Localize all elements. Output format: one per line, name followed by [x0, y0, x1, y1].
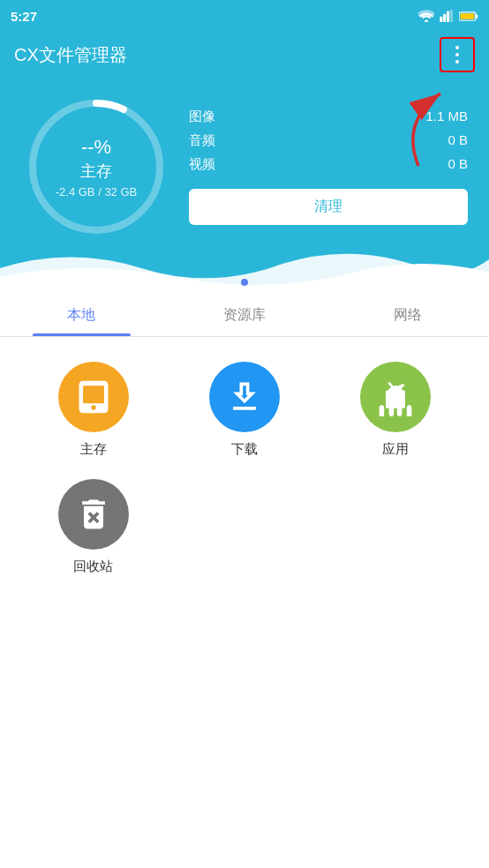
image-row: 图像 1.1 MB	[189, 108, 468, 125]
tab-local-label: 本地	[67, 306, 95, 325]
circle-info: --% 主存 -2.4 GB / 32 GB	[56, 136, 138, 198]
grid-item-recycle[interactable]: 回收站	[18, 479, 169, 575]
audio-label: 音频	[189, 132, 242, 149]
storage-details: 图像 1.1 MB 音频 0 B 视频 0 B 清理	[189, 108, 468, 225]
video-label: 视频	[189, 156, 242, 173]
tab-bar: 本地 资源库 网络	[0, 295, 489, 337]
audio-row: 音频 0 B	[189, 132, 468, 149]
circle-percent: --%	[56, 136, 138, 159]
app-header: CX文件管理器	[0, 32, 489, 78]
storage-circle: --% 主存 -2.4 GB / 32 GB	[21, 92, 171, 242]
clean-button[interactable]: 清理	[189, 189, 468, 225]
bottom-spacer	[0, 600, 489, 868]
video-size: 0 B	[448, 156, 468, 173]
file-grid: 主存 下载 应用 回收站	[0, 337, 489, 600]
tab-library-label: 资源库	[223, 306, 266, 325]
wifi-icon	[418, 10, 434, 22]
menu-button[interactable]	[440, 37, 475, 72]
svg-rect-4	[450, 10, 453, 22]
audio-size: 0 B	[448, 132, 468, 149]
status-time: 5:27	[11, 9, 37, 24]
svg-point-0	[425, 19, 428, 22]
svg-rect-3	[447, 11, 449, 22]
image-size: 1.1 MB	[425, 108, 468, 125]
tablet-icon	[74, 378, 113, 416]
trash-icon	[74, 495, 113, 534]
circle-size: -2.4 GB / 32 GB	[56, 185, 138, 198]
recycle-label: 回收站	[73, 558, 113, 575]
wave-decoration	[0, 242, 489, 295]
grid-item-main-storage[interactable]: 主存	[18, 362, 169, 458]
status-bar: 5:27 ⚡	[0, 0, 489, 32]
status-icons: ⚡	[418, 10, 478, 22]
battery-icon: ⚡	[459, 11, 478, 22]
active-dot	[241, 279, 248, 286]
grid-item-download[interactable]: 下载	[169, 362, 320, 458]
tab-network-label: 网络	[394, 306, 422, 325]
download-icon	[225, 378, 264, 416]
signal-icon	[440, 10, 454, 22]
svg-rect-1	[440, 17, 442, 22]
download-icon-circle	[209, 362, 280, 432]
recycle-icon-circle	[58, 479, 129, 550]
tab-local[interactable]: 本地	[0, 295, 163, 336]
android-icon	[376, 378, 415, 416]
apps-label: 应用	[382, 441, 409, 458]
download-label: 下载	[231, 441, 258, 458]
image-label: 图像	[189, 108, 242, 125]
menu-dots-icon	[455, 46, 459, 64]
main-storage-label: 主存	[80, 441, 107, 458]
tab-library[interactable]: 资源库	[163, 295, 327, 336]
svg-rect-6	[476, 14, 478, 19]
app-title: CX文件管理器	[14, 43, 127, 67]
tab-network[interactable]: 网络	[326, 295, 489, 336]
page-indicator	[0, 279, 489, 286]
hero-section: --% 主存 -2.4 GB / 32 GB 图像 1.1 MB 音频 0 B …	[0, 78, 489, 295]
svg-text:⚡: ⚡	[463, 12, 470, 19]
video-row: 视频 0 B	[189, 156, 468, 173]
apps-icon-circle	[360, 362, 431, 432]
grid-item-apps[interactable]: 应用	[320, 362, 471, 458]
svg-rect-2	[443, 14, 446, 22]
main-storage-icon-circle	[58, 362, 129, 432]
circle-label: 主存	[56, 161, 138, 182]
